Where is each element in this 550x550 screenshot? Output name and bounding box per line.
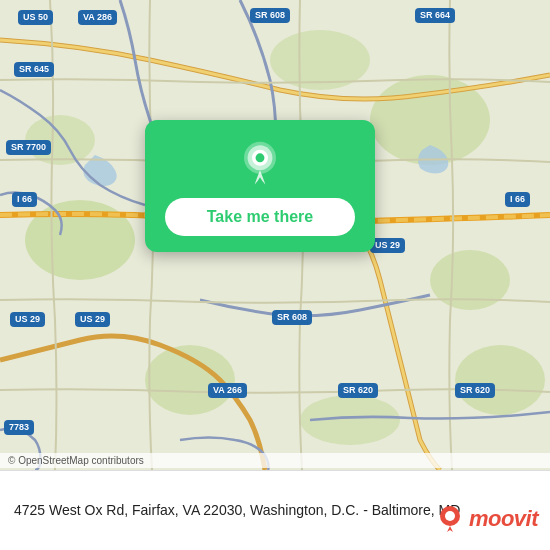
map-view: US 50 VA 286 SR 608 SR 664 SR 645 SR 770…: [0, 0, 550, 470]
svg-point-13: [256, 153, 265, 162]
take-me-there-card: Take me there: [145, 120, 375, 252]
road-sign-us29-low1: US 29: [10, 312, 45, 327]
road-sign-us50: US 50: [18, 10, 53, 25]
road-sign-sr620-right: SR 620: [455, 383, 495, 398]
road-sign-sr645: SR 645: [14, 62, 54, 77]
svg-point-4: [430, 250, 510, 310]
copyright-text: © OpenStreetMap contributors: [8, 455, 144, 466]
copyright-bar: © OpenStreetMap contributors: [0, 453, 550, 468]
moovit-logo-text: moovit: [469, 506, 538, 532]
road-sign-sr620-mid: SR 620: [338, 383, 378, 398]
road-sign-sr608-mid: SR 608: [272, 310, 312, 325]
svg-point-15: [445, 511, 455, 521]
road-sign-sr7700: SR 7700: [6, 140, 51, 155]
road-sign-i66-left: I 66: [12, 192, 37, 207]
road-sign-va266: VA 266: [208, 383, 247, 398]
location-pin-icon: [236, 140, 284, 188]
road-sign-us29-mid: US 29: [370, 238, 405, 253]
road-sign-sr664: SR 664: [415, 8, 455, 23]
moovit-logo: moovit: [435, 504, 538, 534]
take-me-there-button[interactable]: Take me there: [165, 198, 355, 236]
road-sign-us29-low2: US 29: [75, 312, 110, 327]
road-sign-va286: VA 286: [78, 10, 117, 25]
road-sign-sr608-top: SR 608: [250, 8, 290, 23]
svg-point-7: [455, 345, 545, 415]
bottom-bar: 4725 West Ox Rd, Fairfax, VA 22030, Wash…: [0, 470, 550, 550]
road-sign-7783: 7783: [4, 420, 34, 435]
moovit-logo-icon: [435, 504, 465, 534]
road-sign-i66-right: I 66: [505, 192, 530, 207]
